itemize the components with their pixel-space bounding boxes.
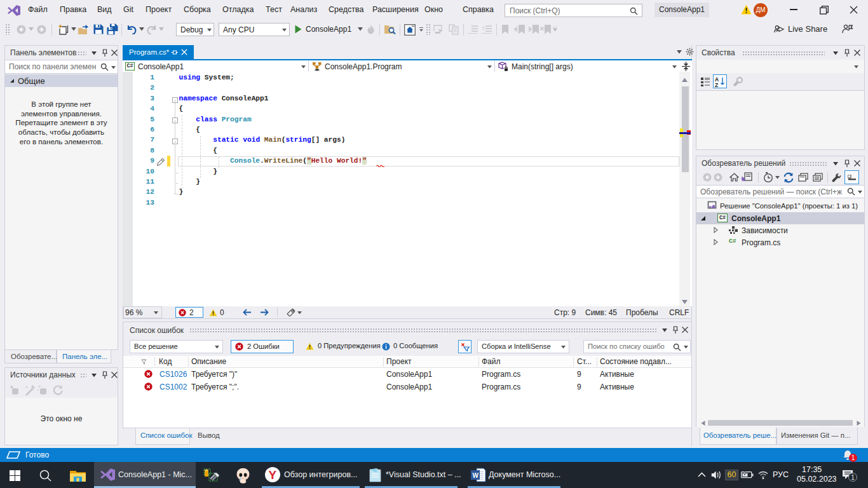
svg-text:?: ? xyxy=(482,25,485,32)
svg-text:Z: Z xyxy=(715,82,718,88)
svg-text:W: W xyxy=(473,472,479,479)
